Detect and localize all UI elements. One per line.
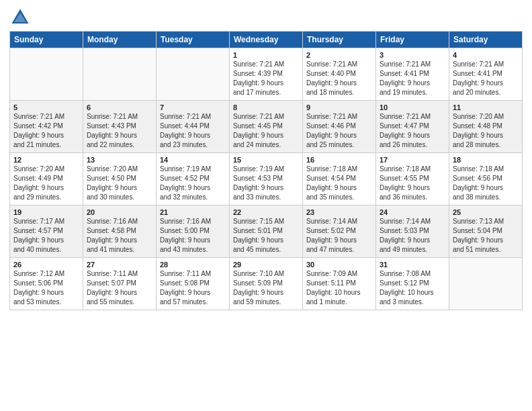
- calendar-cell: 24Sunrise: 7:14 AM Sunset: 5:03 PM Dayli…: [376, 205, 449, 258]
- calendar-cell: 27Sunrise: 7:11 AM Sunset: 5:07 PM Dayli…: [83, 258, 157, 310]
- day-info: Sunrise: 7:21 AM Sunset: 4:41 PM Dayligh…: [380, 60, 445, 97]
- day-info: Sunrise: 7:08 AM Sunset: 5:12 PM Dayligh…: [380, 269, 445, 307]
- calendar-cell: [157, 48, 230, 101]
- calendar-cell: 9Sunrise: 7:21 AM Sunset: 4:46 PM Daylig…: [303, 101, 376, 153]
- weekday-header-friday: Friday: [376, 32, 449, 48]
- day-info: Sunrise: 7:18 AM Sunset: 4:54 PM Dayligh…: [306, 165, 372, 202]
- calendar-cell: 3Sunrise: 7:21 AM Sunset: 4:41 PM Daylig…: [376, 48, 449, 101]
- weekday-header-thursday: Thursday: [303, 32, 376, 48]
- day-number: 12: [13, 156, 79, 164]
- day-number: 31: [380, 261, 445, 269]
- calendar-cell: 2Sunrise: 7:21 AM Sunset: 4:40 PM Daylig…: [303, 48, 376, 101]
- day-number: 19: [13, 208, 79, 216]
- day-info: Sunrise: 7:19 AM Sunset: 4:52 PM Dayligh…: [160, 165, 226, 202]
- calendar-cell: 18Sunrise: 7:18 AM Sunset: 4:56 PM Dayli…: [449, 153, 523, 205]
- day-info: Sunrise: 7:14 AM Sunset: 5:02 PM Dayligh…: [306, 217, 372, 255]
- day-info: Sunrise: 7:14 AM Sunset: 5:03 PM Dayligh…: [380, 217, 445, 255]
- weekday-header-sunday: Sunday: [10, 32, 83, 48]
- day-number: 23: [306, 208, 372, 216]
- week-row-1: 1Sunrise: 7:21 AM Sunset: 4:39 PM Daylig…: [10, 48, 523, 101]
- calendar-cell: 10Sunrise: 7:21 AM Sunset: 4:47 PM Dayli…: [376, 101, 449, 153]
- calendar-cell: 29Sunrise: 7:10 AM Sunset: 5:09 PM Dayli…: [230, 258, 303, 310]
- day-number: 11: [453, 103, 519, 111]
- weekday-header-row: SundayMondayTuesdayWednesdayThursdayFrid…: [10, 32, 523, 48]
- calendar-cell: 16Sunrise: 7:18 AM Sunset: 4:54 PM Dayli…: [303, 153, 376, 205]
- day-number: 14: [160, 156, 226, 164]
- weekday-header-wednesday: Wednesday: [230, 32, 303, 48]
- day-info: Sunrise: 7:20 AM Sunset: 4:50 PM Dayligh…: [87, 165, 152, 202]
- calendar-cell: 12Sunrise: 7:20 AM Sunset: 4:49 PM Dayli…: [10, 153, 83, 205]
- calendar-cell: 15Sunrise: 7:19 AM Sunset: 4:53 PM Dayli…: [230, 153, 303, 205]
- calendar-cell: 31Sunrise: 7:08 AM Sunset: 5:12 PM Dayli…: [376, 258, 449, 310]
- day-number: 27: [87, 261, 152, 269]
- logo: [9, 7, 34, 28]
- calendar-cell: 7Sunrise: 7:21 AM Sunset: 4:44 PM Daylig…: [157, 101, 230, 153]
- page: SundayMondayTuesdayWednesdayThursdayFrid…: [0, 0, 532, 320]
- calendar-cell: 4Sunrise: 7:21 AM Sunset: 4:41 PM Daylig…: [449, 48, 523, 101]
- calendar-cell: 17Sunrise: 7:18 AM Sunset: 4:55 PM Dayli…: [376, 153, 449, 205]
- weekday-header-saturday: Saturday: [449, 32, 523, 48]
- calendar-cell: 14Sunrise: 7:19 AM Sunset: 4:52 PM Dayli…: [157, 153, 230, 205]
- day-number: 1: [233, 51, 299, 59]
- weekday-header-monday: Monday: [83, 32, 157, 48]
- day-number: 22: [233, 208, 299, 216]
- day-number: 8: [233, 103, 299, 111]
- day-info: Sunrise: 7:21 AM Sunset: 4:43 PM Dayligh…: [87, 112, 152, 150]
- day-number: 18: [453, 156, 519, 164]
- day-number: 25: [453, 208, 519, 216]
- calendar-cell: 13Sunrise: 7:20 AM Sunset: 4:50 PM Dayli…: [83, 153, 157, 205]
- day-info: Sunrise: 7:21 AM Sunset: 4:39 PM Dayligh…: [233, 60, 299, 97]
- day-info: Sunrise: 7:15 AM Sunset: 5:01 PM Dayligh…: [233, 217, 299, 255]
- day-info: Sunrise: 7:20 AM Sunset: 4:48 PM Dayligh…: [453, 112, 519, 150]
- day-info: Sunrise: 7:21 AM Sunset: 4:45 PM Dayligh…: [233, 112, 299, 150]
- calendar-cell: 8Sunrise: 7:21 AM Sunset: 4:45 PM Daylig…: [230, 101, 303, 153]
- day-info: Sunrise: 7:18 AM Sunset: 4:55 PM Dayligh…: [380, 165, 445, 202]
- day-number: 9: [306, 103, 372, 111]
- day-info: Sunrise: 7:21 AM Sunset: 4:41 PM Dayligh…: [453, 60, 519, 97]
- day-number: 7: [160, 103, 226, 111]
- day-number: 29: [233, 261, 299, 269]
- day-info: Sunrise: 7:16 AM Sunset: 5:00 PM Dayligh…: [160, 217, 226, 255]
- day-number: 2: [306, 51, 372, 59]
- calendar-cell: 23Sunrise: 7:14 AM Sunset: 5:02 PM Dayli…: [303, 205, 376, 258]
- day-number: 6: [87, 103, 152, 111]
- day-info: Sunrise: 7:19 AM Sunset: 4:53 PM Dayligh…: [233, 165, 299, 202]
- day-number: 17: [380, 156, 445, 164]
- week-row-4: 19Sunrise: 7:17 AM Sunset: 4:57 PM Dayli…: [10, 205, 523, 258]
- day-info: Sunrise: 7:21 AM Sunset: 4:47 PM Dayligh…: [380, 112, 445, 150]
- calendar-cell: 20Sunrise: 7:16 AM Sunset: 4:58 PM Dayli…: [83, 205, 157, 258]
- day-number: 24: [380, 208, 445, 216]
- day-info: Sunrise: 7:17 AM Sunset: 4:57 PM Dayligh…: [13, 217, 79, 255]
- day-info: Sunrise: 7:12 AM Sunset: 5:06 PM Dayligh…: [13, 269, 79, 307]
- day-number: 28: [160, 261, 226, 269]
- week-row-3: 12Sunrise: 7:20 AM Sunset: 4:49 PM Dayli…: [10, 153, 523, 205]
- day-info: Sunrise: 7:13 AM Sunset: 5:04 PM Dayligh…: [453, 217, 519, 255]
- day-number: 26: [13, 261, 79, 269]
- day-number: 13: [87, 156, 152, 164]
- weekday-header-tuesday: Tuesday: [157, 32, 230, 48]
- day-info: Sunrise: 7:21 AM Sunset: 4:40 PM Dayligh…: [306, 60, 372, 97]
- day-number: 20: [87, 208, 152, 216]
- calendar-cell: 26Sunrise: 7:12 AM Sunset: 5:06 PM Dayli…: [10, 258, 83, 310]
- week-row-2: 5Sunrise: 7:21 AM Sunset: 4:42 PM Daylig…: [10, 101, 523, 153]
- day-info: Sunrise: 7:10 AM Sunset: 5:09 PM Dayligh…: [233, 269, 299, 307]
- calendar-cell: [10, 48, 83, 101]
- calendar-cell: 1Sunrise: 7:21 AM Sunset: 4:39 PM Daylig…: [230, 48, 303, 101]
- calendar-cell: 6Sunrise: 7:21 AM Sunset: 4:43 PM Daylig…: [83, 101, 157, 153]
- day-info: Sunrise: 7:11 AM Sunset: 5:07 PM Dayligh…: [87, 269, 152, 307]
- calendar-cell: [449, 258, 523, 310]
- calendar-cell: 19Sunrise: 7:17 AM Sunset: 4:57 PM Dayli…: [10, 205, 83, 258]
- day-info: Sunrise: 7:21 AM Sunset: 4:46 PM Dayligh…: [306, 112, 372, 150]
- calendar-cell: 25Sunrise: 7:13 AM Sunset: 5:04 PM Dayli…: [449, 205, 523, 258]
- day-number: 30: [306, 261, 372, 269]
- day-number: 21: [160, 208, 226, 216]
- logo-icon: [9, 7, 31, 28]
- day-info: Sunrise: 7:20 AM Sunset: 4:49 PM Dayligh…: [13, 165, 79, 202]
- day-number: 16: [306, 156, 372, 164]
- calendar-table: SundayMondayTuesdayWednesdayThursdayFrid…: [9, 31, 523, 310]
- calendar-cell: 11Sunrise: 7:20 AM Sunset: 4:48 PM Dayli…: [449, 101, 523, 153]
- day-info: Sunrise: 7:09 AM Sunset: 5:11 PM Dayligh…: [306, 269, 372, 307]
- header: [9, 7, 523, 28]
- day-number: 3: [380, 51, 445, 59]
- day-number: 10: [380, 103, 445, 111]
